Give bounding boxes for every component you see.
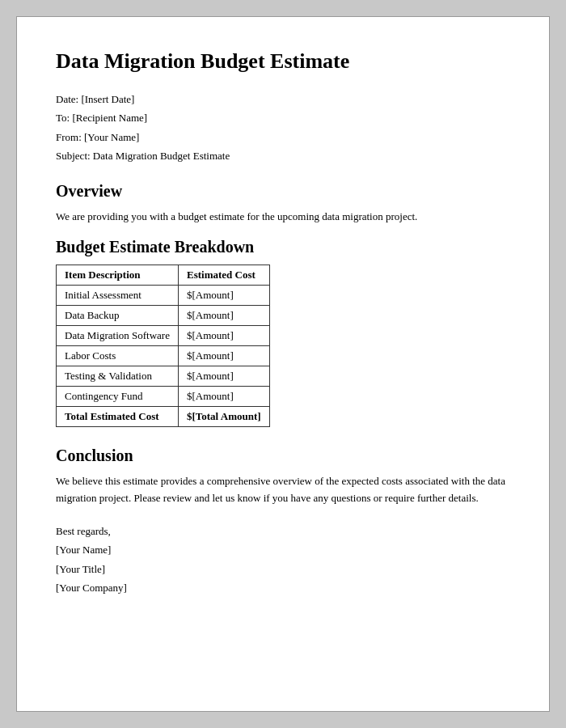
- row-item: Initial Assessment: [57, 286, 179, 306]
- total-value: $[Total Amount]: [178, 407, 269, 427]
- row-item: Contingency Fund: [57, 387, 179, 407]
- table-row: Data Backup$[Amount]: [57, 306, 270, 326]
- table-row: Initial Assessment$[Amount]: [57, 286, 270, 306]
- sig-line2: [Your Name]: [56, 540, 510, 559]
- overview-heading: Overview: [56, 182, 510, 201]
- table-row: Data Migration Software$[Amount]: [57, 326, 270, 346]
- sig-line4: [Your Company]: [56, 578, 510, 597]
- sig-line3: [Your Title]: [56, 560, 510, 578]
- total-label: Total Estimated Cost: [57, 407, 179, 427]
- document: Data Migration Budget Estimate Date: [In…: [16, 16, 550, 712]
- signature-block: Best regards, [Your Name] [Your Title] […: [56, 522, 510, 598]
- table-row: Labor Costs$[Amount]: [57, 346, 270, 366]
- document-title: Data Migration Budget Estimate: [56, 49, 510, 74]
- row-item: Data Migration Software: [57, 326, 179, 346]
- row-cost: $[Amount]: [178, 306, 269, 326]
- row-cost: $[Amount]: [178, 387, 269, 407]
- row-cost: $[Amount]: [178, 286, 269, 306]
- row-cost: $[Amount]: [178, 346, 269, 366]
- meta-to: To: [Recipient Name]: [56, 108, 510, 127]
- meta-date: Date: [Insert Date]: [56, 90, 510, 108]
- row-item: Labor Costs: [57, 346, 179, 366]
- meta-from: From: [Your Name]: [56, 128, 510, 146]
- row-item: Testing & Validation: [57, 366, 179, 387]
- meta-subject: Subject: Data Migration Budget Estimate: [56, 146, 510, 165]
- conclusion-heading: Conclusion: [56, 447, 510, 465]
- row-cost: $[Amount]: [178, 366, 269, 387]
- overview-text: We are providing you with a budget estim…: [56, 209, 510, 226]
- conclusion-text: We believe this estimate provides a comp…: [56, 473, 510, 507]
- total-row: Total Estimated Cost $[Total Amount]: [57, 407, 270, 427]
- table-row: Contingency Fund$[Amount]: [57, 387, 270, 407]
- sig-line1: Best regards,: [56, 522, 510, 540]
- row-item: Data Backup: [57, 306, 179, 326]
- col2-header: Estimated Cost: [178, 265, 269, 286]
- budget-table: Item Description Estimated Cost Initial …: [56, 265, 270, 427]
- row-cost: $[Amount]: [178, 326, 269, 346]
- budget-heading: Budget Estimate Breakdown: [56, 238, 510, 256]
- col1-header: Item Description: [57, 265, 179, 286]
- table-row: Testing & Validation$[Amount]: [57, 366, 270, 387]
- meta-block: Date: [Insert Date] To: [Recipient Name]…: [56, 90, 510, 166]
